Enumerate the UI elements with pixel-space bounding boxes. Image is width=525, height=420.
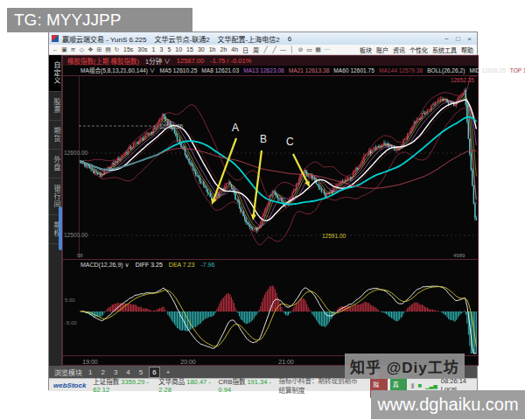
toolbar-icon-2[interactable]: ≋ (70, 46, 76, 53)
sidebar-tab-0[interactable]: 自定义 (49, 55, 61, 92)
draw-tool-icon-6[interactable]: ▦ (315, 46, 321, 53)
period-selector[interactable]: 1分钟 ∨ (145, 56, 171, 66)
signal-bars-icon: ▁▃▅ (425, 382, 438, 388)
period-button-1[interactable]: 1 (151, 46, 157, 52)
contract-name: 橡胶指数(上期 橡胶指数) (67, 56, 139, 66)
quote-value: 180.47 (186, 378, 206, 386)
toolbar-icon-4[interactable]: ❖ (88, 46, 94, 53)
svg-text:20:00: 20:00 (180, 359, 196, 365)
quote-name: 上证指数 (93, 378, 119, 386)
main-chart[interactable]: 5.00-5.0012600.0012500.0019:0020:0021:00… (63, 56, 478, 365)
cloud-node-label: 文华云节点-联通2 (154, 34, 209, 44)
window-title: 赢顺云端交易 - YunS 6.225 (62, 34, 146, 44)
menu-board[interactable]: 板块 (360, 46, 372, 54)
period-button-15s[interactable]: 15s (122, 46, 134, 52)
period-button-30[interactable]: 30 (197, 46, 206, 52)
menu-help[interactable]: 帮助 (461, 46, 473, 54)
close-button[interactable]: × (465, 34, 474, 44)
ma-value-3: MA13 12623.08 (243, 67, 284, 74)
toolbar-icon-3[interactable]: ◇ (79, 46, 85, 53)
ma-indicator-bar: MA组合(5,8,13,21,60,144) ∨MA5 12610.25MA8 … (63, 66, 478, 74)
connection-status-icon: ■ (417, 382, 422, 389)
page-tab-4[interactable]: 4 (123, 368, 132, 377)
tg-watermark-banner: TG: MYYJJPP (7, 8, 192, 32)
macd-value-1: DIFF 3.25 (136, 262, 163, 268)
quote-item[interactable]: 文华商品180.47-2.28 (158, 376, 211, 394)
page-tabs-label: 浏览模块 (54, 368, 82, 377)
toolbar-icon-7[interactable]: ↻ (114, 46, 120, 53)
menu-news[interactable]: 资讯 (393, 46, 405, 54)
ma-value-4: MA21 12613.38 (289, 67, 330, 74)
period-button-4h[interactable]: 4h (230, 46, 239, 52)
period-button-日[interactable]: 日 (242, 46, 249, 54)
svg-text:12500.00: 12500.00 (64, 232, 88, 238)
page-tab-3[interactable]: 3 (111, 368, 120, 377)
macd-value-0[interactable]: MACD(12,26,9) ∨ (80, 262, 130, 269)
sidebar-tab-1[interactable]: 股票 (49, 92, 61, 121)
toolbar-icon-5[interactable]: ⊞ (96, 46, 102, 53)
period-button-15[interactable]: 15 (186, 46, 194, 52)
quote-item[interactable]: CRB指数191.34-0.94 (219, 376, 272, 394)
quote-name: CRB指数 (219, 378, 246, 386)
menu-personalize[interactable]: 个性化 (410, 46, 428, 54)
svg-text:12600.00: 12600.00 (64, 150, 88, 156)
toolbar: ←▣≋◇❖⊞▤↻15s30s1351015301h2h4h日周╱╱—│⊘▭▦⋯板… (49, 45, 477, 55)
page-tab-5[interactable]: 5 (136, 368, 145, 377)
svg-text:12591.00: 12591.00 (322, 233, 346, 239)
macd-indicator-bar: MACD(12,26,9) ∨DIFF 3.25DEA 7.23-7.96 (80, 260, 214, 270)
period-button-5[interactable]: 5 (166, 46, 172, 52)
maximize-button[interactable]: □ (453, 34, 463, 44)
draw-tool-icon-2[interactable]: — (280, 46, 286, 52)
last-price: 12587.00 (177, 57, 204, 65)
zhihu-watermark: 知乎 @Diy工坊 (345, 354, 465, 379)
site-watermark-banner: www.dghaiku.com (371, 390, 525, 419)
macd-value-2: DEA 7.23 (169, 262, 195, 268)
ma-value-9: TOP 12652.35 (510, 67, 525, 74)
svg-text:4989: 4989 (453, 253, 466, 258)
macd-value-3: -7.96 (200, 262, 214, 268)
contract-info-bar: 橡胶指数(上期 橡胶指数)1分钟 ∨12587.00-1.75 / -0.01% (63, 56, 478, 66)
config-label: 文华配置-上海电信2 (218, 34, 280, 44)
draw-tool-icon-5[interactable]: ▭ (306, 46, 312, 53)
quote-item[interactable]: 上证指数3359.29-62.12 (93, 376, 151, 394)
app-window: 赢顺云端交易 - YunS 6.225 文华云节点-联通2 文华配置-上海电信2… (48, 32, 478, 390)
menu-system-tools[interactable]: 系统工具 (432, 46, 457, 54)
title-number: 6 (288, 35, 291, 43)
ma-value-7: BOLL(26,26,2) (427, 67, 465, 74)
ma-value-1: MA5 12610.25 (159, 67, 197, 74)
sidebar: 自定义股票期货外盘银行间期权 (49, 55, 62, 366)
svg-text:58: 58 (77, 253, 83, 258)
svg-text:5.00: 5.00 (65, 298, 75, 303)
svg-text:-5.00: -5.00 (65, 320, 77, 326)
period-button-3[interactable]: 3 (159, 46, 164, 52)
draw-tool-icon-1[interactable]: ╱ (271, 46, 277, 53)
draw-tool-icon-4[interactable]: ⊘ (298, 46, 304, 53)
sidebar-tab-2[interactable]: 期货 (49, 121, 61, 150)
period-button-周[interactable]: 周 (252, 46, 260, 54)
ma-value-8: MID 12608.05 (469, 67, 505, 74)
period-button-10[interactable]: 10 (174, 46, 183, 52)
page-tab-2[interactable]: 2 (98, 368, 107, 377)
webstock-logo: webStock (53, 382, 86, 389)
draw-tool-icon-3[interactable]: │ (289, 46, 295, 52)
index-quotes: 上证指数3359.29-62.12文华商品180.47-2.28CRB指数191… (93, 376, 271, 394)
ma-value-0[interactable]: MA组合(5,8,13,21,60,144) ∨ (80, 66, 155, 74)
sidebar-tab-3[interactable]: 外盘 (49, 150, 61, 178)
period-button-2h[interactable]: 2h (220, 46, 228, 52)
minimize-button[interactable]: − (442, 34, 452, 44)
svg-text:C: C (286, 136, 294, 148)
toolbar-icon-0[interactable]: ← (52, 46, 59, 52)
toolbar-icon-1[interactable]: ▣ (61, 46, 67, 53)
draw-tool-icon-0[interactable]: ╱ (262, 46, 269, 53)
page-tab-1[interactable]: 1 (86, 368, 94, 377)
svg-text:12663.25: 12663.25 (159, 123, 183, 130)
svg-text:A: A (232, 122, 239, 134)
add-page-button[interactable]: + (164, 368, 173, 377)
period-button-1h[interactable]: 1h (208, 46, 217, 52)
draw-tool-icon-7[interactable]: ⋯ (324, 46, 330, 53)
ma-value-2: MA8 12621.03 (201, 67, 239, 74)
menu-account[interactable]: 账户 (376, 46, 388, 54)
period-button-30s[interactable]: 30s (136, 46, 148, 52)
toolbar-icon-6[interactable]: ▤ (105, 46, 111, 53)
title-bar: 赢顺云端交易 - YunS 6.225 文华云节点-联通2 文华配置-上海电信2… (49, 32, 477, 45)
